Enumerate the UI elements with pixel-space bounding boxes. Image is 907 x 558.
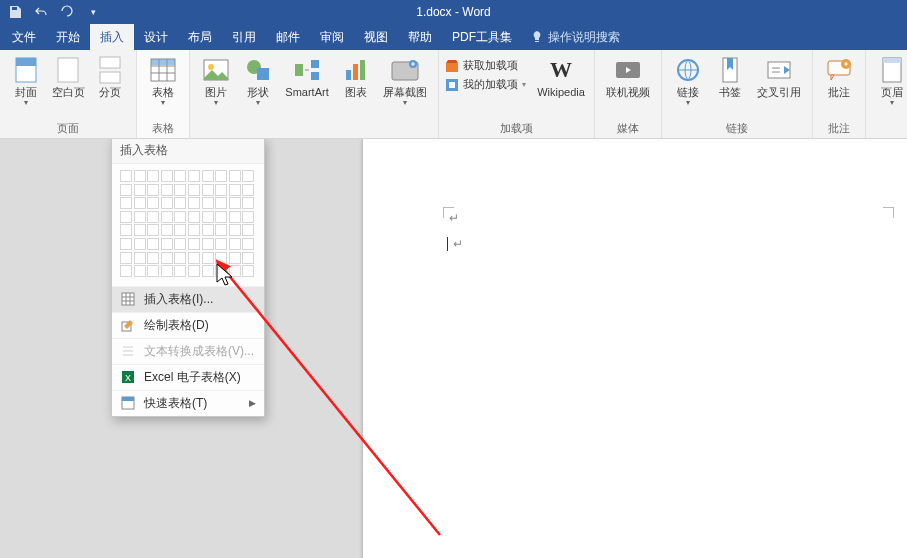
grid-cell[interactable] xyxy=(229,211,241,223)
grid-cell[interactable] xyxy=(202,265,214,277)
header-button[interactable]: 页眉 ▾ xyxy=(872,52,907,107)
grid-cell[interactable] xyxy=(242,184,254,196)
grid-cell[interactable] xyxy=(174,211,186,223)
grid-cell[interactable] xyxy=(215,265,227,277)
grid-cell[interactable] xyxy=(215,238,227,250)
grid-cell[interactable] xyxy=(147,252,159,264)
tab-view[interactable]: 视图 xyxy=(354,24,398,50)
table-size-grid[interactable] xyxy=(112,164,264,286)
grid-cell[interactable] xyxy=(188,184,200,196)
grid-cell[interactable] xyxy=(202,252,214,264)
tab-file[interactable]: 文件 xyxy=(2,24,46,50)
grid-cell[interactable] xyxy=(215,252,227,264)
grid-cell[interactable] xyxy=(161,197,173,209)
save-icon[interactable] xyxy=(6,3,24,21)
grid-cell[interactable] xyxy=(161,170,173,182)
grid-cell[interactable] xyxy=(147,197,159,209)
wikipedia-button[interactable]: W Wikipedia xyxy=(534,52,588,98)
grid-cell[interactable] xyxy=(120,170,132,182)
grid-cell[interactable] xyxy=(188,224,200,236)
tab-references[interactable]: 引用 xyxy=(222,24,266,50)
table-button[interactable]: 表格 ▾ xyxy=(143,52,183,107)
picture-button[interactable]: 图片 ▾ xyxy=(196,52,236,107)
grid-cell[interactable] xyxy=(147,238,159,250)
grid-cell[interactable] xyxy=(134,252,146,264)
tab-help[interactable]: 帮助 xyxy=(398,24,442,50)
grid-cell[interactable] xyxy=(242,238,254,250)
grid-cell[interactable] xyxy=(161,211,173,223)
grid-cell[interactable] xyxy=(120,184,132,196)
cover-page-button[interactable]: 封面 ▾ xyxy=(6,52,46,107)
grid-cell[interactable] xyxy=(229,224,241,236)
grid-cell[interactable] xyxy=(242,170,254,182)
tell-me-search[interactable]: 操作说明搜索 xyxy=(530,24,620,50)
grid-cell[interactable] xyxy=(242,224,254,236)
grid-cell[interactable] xyxy=(242,197,254,209)
grid-cell[interactable] xyxy=(215,197,227,209)
tab-mailings[interactable]: 邮件 xyxy=(266,24,310,50)
grid-cell[interactable] xyxy=(174,197,186,209)
grid-cell[interactable] xyxy=(202,184,214,196)
grid-cell[interactable] xyxy=(202,224,214,236)
grid-cell[interactable] xyxy=(134,238,146,250)
bookmark-button[interactable]: 书签 xyxy=(710,52,750,98)
crossref-button[interactable]: 交叉引用 xyxy=(752,52,806,98)
grid-cell[interactable] xyxy=(161,238,173,250)
grid-cell[interactable] xyxy=(242,265,254,277)
grid-cell[interactable] xyxy=(242,252,254,264)
grid-cell[interactable] xyxy=(174,252,186,264)
grid-cell[interactable] xyxy=(229,184,241,196)
grid-cell[interactable] xyxy=(120,224,132,236)
grid-cell[interactable] xyxy=(134,197,146,209)
comment-button[interactable]: 批注 xyxy=(819,52,859,98)
grid-cell[interactable] xyxy=(134,211,146,223)
grid-cell[interactable] xyxy=(229,238,241,250)
tab-insert[interactable]: 插入 xyxy=(90,24,134,50)
grid-cell[interactable] xyxy=(147,170,159,182)
grid-cell[interactable] xyxy=(120,265,132,277)
grid-cell[interactable] xyxy=(188,252,200,264)
grid-cell[interactable] xyxy=(215,224,227,236)
grid-cell[interactable] xyxy=(174,265,186,277)
grid-cell[interactable] xyxy=(229,252,241,264)
grid-cell[interactable] xyxy=(188,170,200,182)
grid-cell[interactable] xyxy=(134,265,146,277)
grid-cell[interactable] xyxy=(215,170,227,182)
grid-cell[interactable] xyxy=(229,170,241,182)
grid-cell[interactable] xyxy=(134,184,146,196)
link-button[interactable]: 链接 ▾ xyxy=(668,52,708,107)
grid-cell[interactable] xyxy=(120,252,132,264)
online-video-button[interactable]: 联机视频 xyxy=(601,52,655,98)
grid-cell[interactable] xyxy=(215,184,227,196)
grid-cell[interactable] xyxy=(215,211,227,223)
grid-cell[interactable] xyxy=(147,265,159,277)
grid-cell[interactable] xyxy=(161,224,173,236)
grid-cell[interactable] xyxy=(120,211,132,223)
grid-cell[interactable] xyxy=(229,265,241,277)
shapes-button[interactable]: 形状 ▾ xyxy=(238,52,278,107)
undo-icon[interactable] xyxy=(32,3,50,21)
get-addins-button[interactable]: 获取加载项 xyxy=(445,58,526,73)
menu-draw-table[interactable]: 绘制表格(D) xyxy=(112,312,264,338)
qat-dropdown-icon[interactable]: ▾ xyxy=(84,3,102,21)
grid-cell[interactable] xyxy=(134,170,146,182)
grid-cell[interactable] xyxy=(147,211,159,223)
grid-cell[interactable] xyxy=(188,211,200,223)
grid-cell[interactable] xyxy=(147,224,159,236)
grid-cell[interactable] xyxy=(174,224,186,236)
grid-cell[interactable] xyxy=(188,265,200,277)
grid-cell[interactable] xyxy=(174,184,186,196)
grid-cell[interactable] xyxy=(120,238,132,250)
grid-cell[interactable] xyxy=(174,170,186,182)
grid-cell[interactable] xyxy=(242,211,254,223)
menu-quick-tables[interactable]: 快速表格(T) ▶ xyxy=(112,390,264,416)
my-addins-button[interactable]: 我的加载项 ▾ xyxy=(445,77,526,92)
grid-cell[interactable] xyxy=(202,211,214,223)
grid-cell[interactable] xyxy=(147,184,159,196)
tab-review[interactable]: 审阅 xyxy=(310,24,354,50)
grid-cell[interactable] xyxy=(161,252,173,264)
page-break-button[interactable]: 分页 xyxy=(90,52,130,98)
grid-cell[interactable] xyxy=(120,197,132,209)
grid-cell[interactable] xyxy=(134,224,146,236)
grid-cell[interactable] xyxy=(202,197,214,209)
